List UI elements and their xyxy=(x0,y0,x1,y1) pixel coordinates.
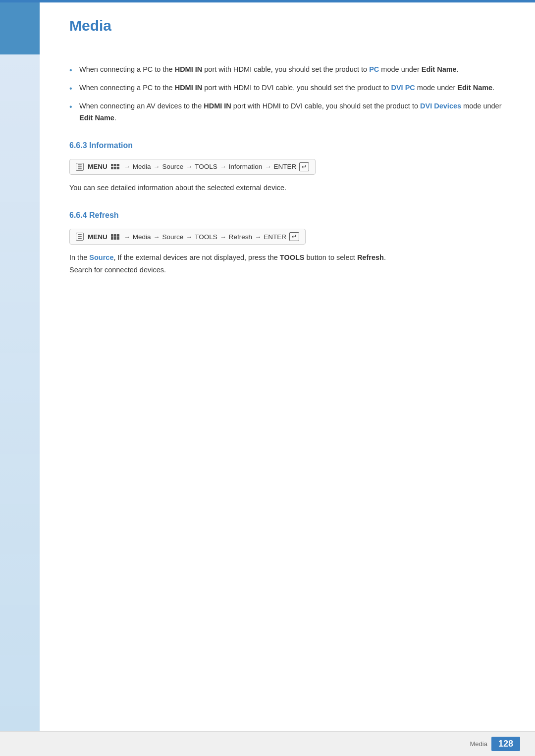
editname-bold-1: Edit Name xyxy=(422,65,457,73)
list-item: When connecting a PC to the HDMI IN port… xyxy=(69,82,505,94)
main-content: Media When connecting a PC to the HDMI I… xyxy=(40,0,535,756)
grid-icon-663 xyxy=(110,162,120,171)
enter-label-663: ENTER xyxy=(273,163,296,170)
path-tools-663: TOOLS xyxy=(195,163,217,170)
path-source-663: Source xyxy=(162,163,184,170)
remote-icon-663 xyxy=(76,163,84,171)
arrow-2-664: → xyxy=(154,233,160,241)
sidebar-accent xyxy=(0,0,40,733)
bullet-text-1: When connecting a PC to the HDMI IN port… xyxy=(79,65,459,73)
arrow-1-664: → xyxy=(124,233,130,241)
top-border xyxy=(0,0,535,2)
arrow-5-664: → xyxy=(255,233,261,241)
menu-label-663: MENU xyxy=(88,163,107,170)
list-item: When connecting a PC to the HDMI IN port… xyxy=(69,64,505,75)
section-663-heading: 6.6.3 Information xyxy=(69,141,505,150)
pc-bold: PC xyxy=(369,65,379,73)
arrow-3-664: → xyxy=(186,233,192,241)
search-text: Search for connected devices. xyxy=(69,266,166,274)
arrow-3-663: → xyxy=(186,163,192,170)
enter-icon-664: ↵ xyxy=(289,232,299,241)
dvidevices-bold: DVI Devices xyxy=(420,102,461,110)
bullet-text-2: When connecting a PC to the HDMI IN port… xyxy=(79,84,494,92)
footer: Media 128 xyxy=(0,731,535,756)
dvipc-bold: DVI PC xyxy=(391,84,415,92)
refresh-bold: Refresh xyxy=(357,253,384,261)
editname-bold-3: Edit Name xyxy=(79,114,114,122)
enter-label-664: ENTER xyxy=(264,233,286,241)
section-664-description: In the Source, If the external devices a… xyxy=(69,252,505,276)
path-tools-664: TOOLS xyxy=(195,233,217,241)
sidebar-blue-block xyxy=(0,0,40,54)
enter-icon-663: ↵ xyxy=(299,162,309,171)
bullet-text-3: When connecting an AV devices to the HDM… xyxy=(79,102,502,121)
arrow-4-664: → xyxy=(220,233,226,241)
source-bold: Source xyxy=(89,253,113,261)
section-663-menu-path: MENU → Media → Source → TOOLS → Informat… xyxy=(69,159,316,175)
arrow-1-663: → xyxy=(124,163,130,170)
list-item: When connecting an AV devices to the HDM… xyxy=(69,101,505,123)
editname-bold-2: Edit Name xyxy=(457,84,492,92)
tools-bold: TOOLS xyxy=(280,253,305,261)
arrow-5-663: → xyxy=(265,163,271,170)
hdmi-bold-3: HDMI IN xyxy=(204,102,231,110)
bullet-list: When connecting a PC to the HDMI IN port… xyxy=(69,64,505,124)
path-refresh: Refresh xyxy=(229,233,252,241)
hdmi-bold-1: HDMI IN xyxy=(175,65,203,73)
section-663-description: You can see detailed information about t… xyxy=(69,182,505,194)
path-media-663: Media xyxy=(133,163,151,170)
hdmi-bold-2: HDMI IN xyxy=(175,84,203,92)
arrow-4-663: → xyxy=(220,163,226,170)
grid-icon-664 xyxy=(110,232,120,241)
arrow-2-663: → xyxy=(154,163,160,170)
path-media-664: Media xyxy=(133,233,151,241)
section-664-menu-path: MENU → Media → Source → TOOLS → Refresh … xyxy=(69,229,306,245)
menu-label-664: MENU xyxy=(88,233,107,241)
page-title: Media xyxy=(69,10,505,34)
section-664-heading: 6.6.4 Refresh xyxy=(69,211,505,220)
page-number: 128 xyxy=(491,737,520,751)
path-info: Information xyxy=(229,163,263,170)
path-source-664: Source xyxy=(162,233,184,241)
remote-icon-664 xyxy=(76,233,84,241)
footer-label: Media xyxy=(470,740,487,748)
